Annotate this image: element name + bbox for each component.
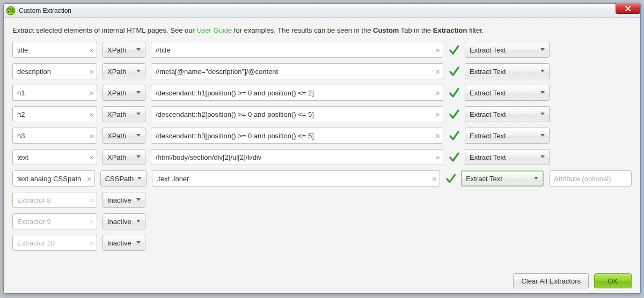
- extractor-name-field: ×: [12, 235, 97, 251]
- clear-expression-icon[interactable]: ×: [435, 68, 440, 76]
- chevron-down-icon: [136, 91, 141, 94]
- expression-input[interactable]: [151, 106, 443, 122]
- type-dropdown-label: XPath: [107, 132, 126, 140]
- extractor-name-input[interactable]: [12, 128, 97, 144]
- valid-icon: [449, 151, 459, 163]
- extract-mode-label: Extract Text: [470, 68, 506, 76]
- type-dropdown-label: XPath: [107, 89, 126, 97]
- clear-expression-icon[interactable]: ×: [432, 175, 437, 183]
- footer: Clear All Extractors OK: [4, 269, 640, 293]
- extract-mode-dropdown[interactable]: Extract Text: [465, 149, 550, 165]
- expression-input[interactable]: [151, 42, 443, 58]
- type-dropdown[interactable]: XPath: [103, 42, 145, 58]
- expression-input[interactable]: [151, 149, 443, 165]
- clear-expression-icon[interactable]: ×: [435, 46, 440, 54]
- type-dropdown[interactable]: XPath: [103, 128, 145, 144]
- extractor-name-field: ×: [12, 213, 97, 229]
- type-dropdown[interactable]: Inactive: [103, 213, 145, 229]
- extractor-name-field: ×: [12, 170, 95, 187]
- user-guide-link[interactable]: User Guide: [196, 26, 232, 34]
- extractor-name-input[interactable]: [12, 170, 95, 187]
- extract-mode-label: Extract Text: [470, 89, 506, 97]
- extract-mode-dropdown[interactable]: Extract Text: [465, 106, 550, 122]
- extractor-name-input[interactable]: [12, 85, 97, 101]
- type-dropdown[interactable]: Inactive: [103, 192, 145, 208]
- extractor-name-input[interactable]: [12, 192, 97, 208]
- extractor-row: ×CSSPath×Extract Text: [12, 170, 632, 187]
- type-dropdown[interactable]: XPath: [103, 106, 145, 122]
- expression-field: ×: [151, 149, 443, 165]
- expression-field: ×: [151, 106, 443, 122]
- ok-button[interactable]: OK: [594, 273, 632, 288]
- type-dropdown[interactable]: XPath: [103, 85, 145, 101]
- extractor-row: ×Inactive: [12, 192, 632, 208]
- type-dropdown-label: CSSPath: [105, 175, 134, 183]
- extract-mode-label: Extract Text: [470, 46, 506, 54]
- clear-expression-icon[interactable]: ×: [435, 110, 440, 118]
- extractor-row: ×XPath×Extract Text: [12, 42, 632, 58]
- extractor-row: ×XPath×Extract Text: [12, 149, 632, 165]
- extractor-name-input[interactable]: [12, 42, 97, 58]
- extractor-name-field: ×: [12, 42, 97, 58]
- chevron-down-icon: [136, 113, 141, 116]
- expression-input[interactable]: [151, 128, 443, 144]
- custom-extraction-window: Custom Extraction Extract selected eleme…: [3, 3, 641, 294]
- extractor-name-input[interactable]: [12, 149, 97, 165]
- extract-mode-dropdown[interactable]: Extract Text: [465, 63, 550, 79]
- clear-name-icon[interactable]: ×: [89, 132, 94, 140]
- chevron-down-icon: [136, 241, 141, 244]
- clear-expression-icon[interactable]: ×: [435, 153, 440, 161]
- clear-name-icon[interactable]: ×: [89, 89, 94, 97]
- app-icon: [6, 6, 16, 16]
- clear-name-icon[interactable]: ×: [87, 175, 92, 183]
- clear-all-button[interactable]: Clear All Extractors: [513, 273, 589, 288]
- type-dropdown-label: Inactive: [107, 196, 131, 204]
- clear-name-icon[interactable]: ×: [89, 110, 94, 118]
- extractor-name-field: ×: [12, 128, 97, 144]
- intro-text: Extract selected elements of internal HT…: [12, 26, 632, 34]
- close-icon: [625, 5, 631, 12]
- extractor-name-input[interactable]: [12, 235, 97, 251]
- extractor-row: ×XPath×Extract Text: [12, 63, 632, 79]
- svg-point-2: [12, 8, 14, 10]
- expression-input[interactable]: [151, 63, 443, 79]
- clear-name-icon: ×: [89, 196, 94, 204]
- chevron-down-icon: [136, 48, 141, 51]
- valid-icon: [449, 65, 459, 77]
- type-dropdown[interactable]: XPath: [103, 63, 145, 79]
- type-dropdown-label: XPath: [107, 110, 126, 118]
- clear-expression-icon[interactable]: ×: [435, 132, 440, 140]
- titlebar: Custom Extraction: [4, 4, 640, 18]
- clear-name-icon[interactable]: ×: [89, 153, 94, 161]
- chevron-down-icon: [136, 220, 141, 223]
- extract-mode-dropdown[interactable]: Extract Text: [465, 128, 550, 144]
- extractor-name-field: ×: [12, 192, 97, 208]
- extractor-name-input[interactable]: [12, 213, 97, 229]
- extract-mode-label: Extract Text: [470, 153, 506, 161]
- attribute-input[interactable]: [549, 170, 632, 187]
- type-dropdown[interactable]: Inactive: [103, 235, 145, 251]
- clear-name-icon[interactable]: ×: [89, 46, 94, 54]
- extractor-name-input[interactable]: [12, 106, 97, 122]
- type-dropdown[interactable]: CSSPath: [100, 170, 147, 187]
- extract-mode-dropdown[interactable]: Extract Text: [465, 85, 550, 101]
- extract-mode-dropdown[interactable]: Extract Text: [461, 170, 544, 187]
- type-dropdown[interactable]: XPath: [103, 149, 145, 165]
- extract-mode-dropdown[interactable]: Extract Text: [465, 42, 550, 58]
- close-button[interactable]: [616, 3, 640, 14]
- type-dropdown-label: Inactive: [107, 239, 131, 247]
- expression-input[interactable]: [152, 170, 440, 187]
- expression-field: ×: [151, 128, 443, 144]
- expression-input[interactable]: [151, 85, 443, 101]
- chevron-down-icon: [540, 134, 545, 137]
- extractor-row: ×XPath×Extract Text: [12, 128, 632, 144]
- extractor-name-input[interactable]: [12, 63, 97, 79]
- clear-expression-icon[interactable]: ×: [435, 89, 440, 97]
- chevron-down-icon: [540, 70, 545, 73]
- valid-icon: [449, 108, 459, 120]
- valid-icon: [449, 87, 459, 99]
- chevron-down-icon: [540, 155, 545, 159]
- expression-field: ×: [152, 170, 440, 187]
- extractor-name-field: ×: [12, 63, 97, 79]
- clear-name-icon[interactable]: ×: [89, 68, 94, 76]
